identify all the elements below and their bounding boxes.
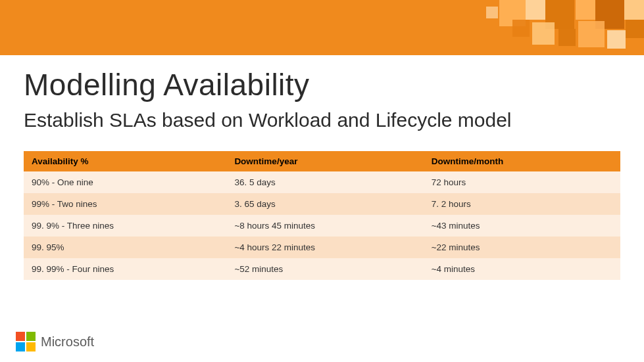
content-area: Modelling Availability Establish SLAs ba…: [0, 55, 644, 280]
cell-downtime-month: ~43 minutes: [424, 215, 620, 237]
cell-downtime-year: ~4 hours 22 minutes: [226, 237, 423, 258]
svg-rect-6: [512, 20, 530, 37]
svg-rect-3: [576, 0, 595, 20]
svg-rect-11: [626, 20, 644, 38]
slide-title: Modelling Availability: [24, 67, 620, 102]
col-availability: Availability %: [24, 151, 226, 171]
banner: [0, 0, 644, 55]
banner-decoration-icon: [381, 0, 644, 55]
cell-downtime-year: ~8 hours 45 minutes: [226, 215, 423, 237]
cell-downtime-month: ~22 minutes: [424, 237, 620, 258]
cell-availability: 99. 99% - Four nines: [24, 258, 226, 280]
cell-downtime-month: 72 hours: [424, 171, 620, 193]
svg-rect-9: [578, 21, 605, 47]
col-downtime-month: Downtime/month: [424, 151, 620, 171]
brand-name: Microsoft: [41, 334, 94, 350]
table-row: 99. 99% - Four nines ~52 minutes ~4 minu…: [24, 258, 620, 280]
col-downtime-year: Downtime/year: [226, 151, 423, 171]
slide-subtitle: Establish SLAs based on Workload and Lif…: [24, 109, 620, 131]
cell-downtime-month: 7. 2 hours: [424, 193, 620, 215]
microsoft-logo-icon: [16, 332, 36, 351]
table-header-row: Availability % Downtime/year Downtime/mo…: [24, 151, 620, 171]
cell-downtime-month: ~4 minutes: [424, 258, 620, 280]
cell-availability: 99. 9% - Three nines: [24, 215, 226, 237]
table-row: 99% - Two nines 3. 65 days 7. 2 hours: [24, 193, 620, 215]
svg-rect-5: [624, 0, 644, 20]
cell-availability: 90% - One nine: [24, 171, 226, 193]
cell-downtime-year: 3. 65 days: [226, 193, 423, 215]
cell-availability: 99. 95%: [24, 237, 226, 258]
table-row: 99. 95% ~4 hours 22 minutes ~22 minutes: [24, 237, 620, 258]
cell-availability: 99% - Two nines: [24, 193, 226, 215]
availability-table: Availability % Downtime/year Downtime/mo…: [24, 151, 620, 280]
table-row: 99. 9% - Three nines ~8 hours 45 minutes…: [24, 215, 620, 237]
svg-rect-7: [532, 22, 555, 45]
footer: Microsoft: [16, 332, 94, 351]
cell-downtime-year: ~52 minutes: [226, 258, 423, 280]
cell-downtime-year: 36. 5 days: [226, 171, 423, 193]
table-row: 90% - One nine 36. 5 days 72 hours: [24, 171, 620, 193]
svg-rect-12: [486, 7, 498, 18]
svg-rect-1: [526, 0, 545, 20]
svg-rect-10: [607, 30, 626, 49]
svg-rect-8: [558, 29, 576, 46]
